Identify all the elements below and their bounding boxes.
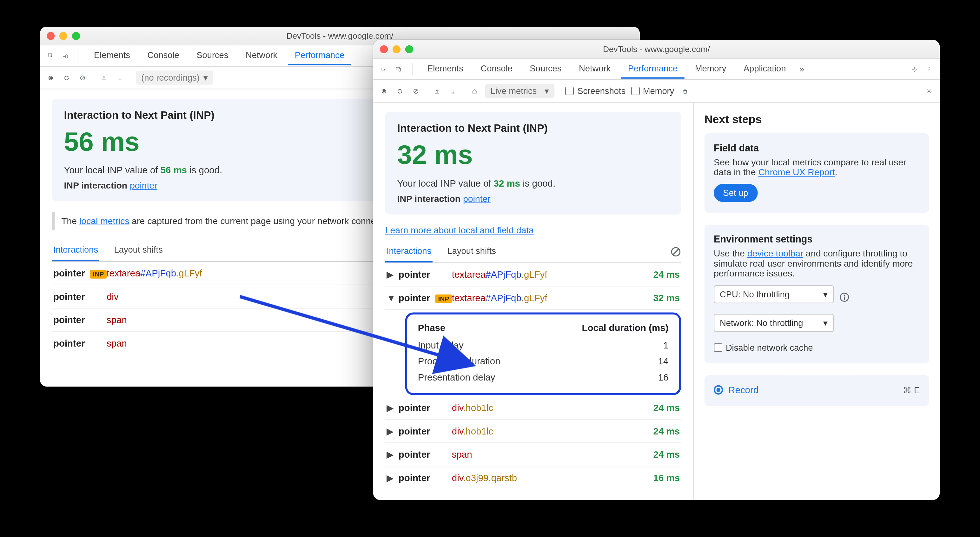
memory-checkbox[interactable]: Memory xyxy=(631,86,674,96)
reload-record-icon[interactable] xyxy=(395,86,405,97)
svg-point-14 xyxy=(929,69,929,70)
record-shortcut: ⌘ E xyxy=(903,385,920,395)
chevron-down-icon: ▾ xyxy=(823,289,828,299)
cpu-throttling-select[interactable]: CPU: No throttling▾ xyxy=(714,285,834,303)
settings-icon[interactable] xyxy=(909,64,920,75)
tab-console[interactable]: Console xyxy=(474,59,519,79)
tab-sources[interactable]: Sources xyxy=(523,59,568,79)
crux-link[interactable]: Chrome UX Report xyxy=(758,167,835,177)
inp-interaction-link[interactable]: pointer xyxy=(130,181,158,191)
record-dot-icon xyxy=(714,385,723,395)
memory-label: Memory xyxy=(643,86,675,96)
interaction-row[interactable]: ▶ pointer div.hob1lc 24 ms xyxy=(385,397,681,420)
learn-more-link[interactable]: Learn more about local and field data xyxy=(385,225,534,236)
inp-description: Your local INP value of 32 ms is good. xyxy=(397,178,669,189)
svg-point-12 xyxy=(914,68,915,70)
home-icon[interactable] xyxy=(469,86,480,97)
svg-line-22 xyxy=(673,249,679,255)
subtab-interactions[interactable]: Interactions xyxy=(385,241,433,263)
upload-icon[interactable] xyxy=(99,72,110,83)
record-link[interactable]: Record xyxy=(728,385,759,395)
field-data-card: Field data See how your local metrics co… xyxy=(705,133,929,213)
gc-icon[interactable] xyxy=(679,86,690,97)
tab-sources[interactable]: Sources xyxy=(190,46,235,65)
download-icon[interactable] xyxy=(115,72,126,83)
screenshots-label: Screenshots xyxy=(577,86,625,96)
chevron-down-icon: ▾ xyxy=(204,73,208,83)
clear-list-icon[interactable] xyxy=(671,246,681,257)
disable-cache-checkbox[interactable]: Disable network cache xyxy=(714,343,920,352)
device-toolbar-icon[interactable] xyxy=(393,64,404,75)
svg-point-15 xyxy=(929,70,929,71)
tab-memory[interactable]: Memory xyxy=(688,59,733,79)
local-metrics-link[interactable]: local metrics xyxy=(80,216,129,226)
interaction-row-expanded[interactable]: ▼ pointer INP textarea#APjFqb.gLFyf 32 m… xyxy=(385,287,681,310)
tabs-overflow-icon[interactable]: » xyxy=(797,64,807,75)
tab-elements[interactable]: Elements xyxy=(420,59,470,79)
env-settings-body: Use the device toolbar and configure thr… xyxy=(714,249,920,279)
record-icon[interactable] xyxy=(379,86,390,97)
inp-interaction-link[interactable]: pointer xyxy=(463,194,491,204)
recording-selector[interactable]: (no recordings) ▾ xyxy=(136,71,213,85)
interaction-row[interactable]: ▶ pointer div.hob1lc 24 ms xyxy=(385,420,681,443)
interaction-row[interactable]: ▶ pointer span 24 ms xyxy=(385,443,681,467)
disclosure-triangle-icon[interactable]: ▼ xyxy=(387,293,396,303)
inp-heading: Interaction to Next Paint (INP) xyxy=(397,123,669,135)
subtab-layout-shifts[interactable]: Layout shifts xyxy=(446,241,497,263)
phase-row-label: Presentation delay xyxy=(418,372,495,383)
phase-row-label: Processing duration xyxy=(418,356,501,366)
disclosure-triangle-icon[interactable]: ▶ xyxy=(387,449,396,460)
svg-rect-2 xyxy=(66,54,67,57)
devtools-window-b: DevTools - www.google.com/ Elements Cons… xyxy=(373,40,940,500)
info-icon[interactable] xyxy=(839,292,850,303)
disclosure-triangle-icon[interactable]: ▶ xyxy=(387,473,396,483)
upload-icon[interactable] xyxy=(432,86,443,97)
traffic-minimize[interactable] xyxy=(393,45,401,53)
device-toolbar-link[interactable]: device toolbar xyxy=(748,249,803,259)
panel-settings-icon[interactable] xyxy=(924,86,935,97)
tab-elements[interactable]: Elements xyxy=(87,46,137,65)
disclosure-triangle-icon[interactable]: ▶ xyxy=(387,426,396,437)
svg-point-4 xyxy=(49,76,52,79)
subtab-interactions[interactable]: Interactions xyxy=(52,239,100,261)
panel-tabbar: Elements Console Sources Network Perform… xyxy=(373,59,940,80)
tab-console[interactable]: Console xyxy=(141,46,186,65)
disclosure-triangle-icon[interactable]: ▶ xyxy=(387,402,396,413)
tab-performance[interactable]: Performance xyxy=(621,59,684,79)
inp-badge: INP xyxy=(90,270,107,278)
clear-icon[interactable] xyxy=(410,86,422,97)
traffic-close[interactable] xyxy=(380,45,388,53)
recording-selector-label: (no recordings) xyxy=(141,73,200,83)
screenshots-checkbox[interactable]: Screenshots xyxy=(566,86,626,96)
traffic-minimize[interactable] xyxy=(59,32,67,40)
svg-point-20 xyxy=(928,91,929,92)
subtab-layout-shifts[interactable]: Layout shifts xyxy=(113,239,164,261)
tab-application[interactable]: Application xyxy=(737,59,793,79)
recording-mode-selector[interactable]: Live metrics ▾ xyxy=(485,84,555,98)
clear-icon[interactable] xyxy=(78,72,88,83)
traffic-zoom[interactable] xyxy=(405,45,413,53)
traffic-zoom[interactable] xyxy=(72,32,80,40)
interaction-target: div.hob1lc xyxy=(452,402,640,413)
inspect-icon[interactable] xyxy=(379,64,390,75)
inspect-icon[interactable] xyxy=(45,51,56,61)
tab-performance[interactable]: Performance xyxy=(288,46,351,65)
disclosure-triangle-icon[interactable]: ▶ xyxy=(387,269,396,280)
interaction-duration: 32 ms xyxy=(640,293,680,303)
traffic-close[interactable] xyxy=(47,32,54,40)
kebab-menu-icon[interactable] xyxy=(924,64,935,75)
setup-button[interactable]: Set up xyxy=(714,184,757,202)
download-icon[interactable] xyxy=(448,86,458,97)
phase-head-duration: Local duration (ms) xyxy=(582,322,668,333)
tab-network[interactable]: Network xyxy=(239,46,284,65)
interaction-target: textarea#APjFqb.gLFyf xyxy=(452,293,640,303)
interaction-row[interactable]: ▶ pointer textarea#APjFqb.gLFyf 24 ms xyxy=(385,263,681,287)
tab-network[interactable]: Network xyxy=(572,59,617,79)
reload-record-icon[interactable] xyxy=(61,72,72,83)
window-title: DevTools - www.google.com/ xyxy=(85,31,595,40)
network-throttling-select[interactable]: Network: No throttling▾ xyxy=(714,314,834,332)
interaction-target: textarea#APjFqb.gLFyf xyxy=(452,269,640,280)
interaction-row[interactable]: ▶ pointer div.o3j99.qarstb 16 ms xyxy=(385,467,681,489)
device-toolbar-icon[interactable] xyxy=(60,51,71,61)
record-icon[interactable] xyxy=(45,72,56,83)
